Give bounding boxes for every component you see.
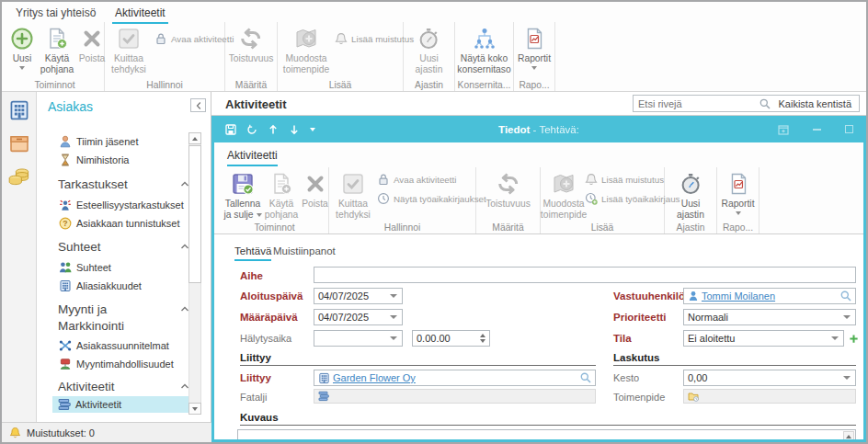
module-archive-button[interactable] — [8, 132, 30, 154]
detail-tab-aktiviteetti[interactable]: Aktiviteetti — [227, 149, 278, 166]
sidebar-item-nimihistoria[interactable]: Nimihistoria — [59, 153, 129, 167]
sidebar-section-aktiviteetit[interactable]: Aktiviteetit — [58, 379, 170, 395]
search-input[interactable] — [634, 98, 760, 109]
owner-link[interactable]: Tommi Moilanen — [702, 290, 775, 302]
open-activity-button[interactable]: Avaa aktiviteetti — [377, 173, 486, 186]
delete-button[interactable]: Poista — [300, 170, 330, 221]
tab-aktiviteetit[interactable]: Aktiviteetit — [112, 6, 168, 24]
start-date-field[interactable] — [314, 288, 403, 304]
related-link[interactable]: Garden Flower Oy — [333, 372, 416, 383]
search-icon[interactable] — [840, 290, 851, 302]
reports-button[interactable]: Raportit — [517, 25, 552, 70]
open-activity-button[interactable]: Avaa aktiviteetti — [154, 32, 234, 45]
priority-field[interactable] — [683, 309, 856, 325]
sidebar-item-esteellisyystarkastukset[interactable]: Esteellisyystarkastukset — [59, 198, 184, 212]
sidebar-item-suhteet[interactable]: Suhteet — [59, 260, 111, 275]
show-time-entries-button[interactable]: Näytä työaikakirjaukset — [377, 192, 486, 205]
create-action-button[interactable]: Muodosta toimenpide — [280, 25, 333, 75]
minimize-icon[interactable] — [813, 129, 821, 131]
sidebar-item-myyntimahdollisuudet[interactable]: Myyntimahdollisuudet — [59, 357, 174, 371]
alarm-date-input[interactable] — [314, 333, 390, 344]
spin-down-icon[interactable] — [480, 339, 485, 343]
description-textarea[interactable] — [238, 430, 855, 439]
due-date-input[interactable] — [314, 312, 390, 323]
new-button[interactable]: Uusi — [7, 25, 37, 75]
tab-yritys-tai-yhteiso[interactable]: Yritys tai yhteisö — [13, 6, 98, 22]
titlebar-dropdown-caret-icon[interactable] — [310, 128, 315, 131]
show-group-level-button[interactable]: Näytä koko konsernitaso — [456, 25, 513, 75]
new-timer-button[interactable]: Uusi ajastin — [676, 170, 705, 221]
duration-input[interactable] — [684, 372, 843, 383]
sidebar-collapse-button[interactable] — [190, 98, 206, 112]
building-icon — [318, 372, 330, 384]
sidebar-item-tiimin-jasenet[interactable]: Tiimin jäsenet — [59, 134, 138, 149]
form-tab-muistiinpanot[interactable]: Muistiinpanot — [273, 245, 336, 259]
search-icon[interactable] — [760, 98, 771, 109]
sidebar-item-asiakkaan-tunnistukset[interactable]: Asiakkaan tunnistukset — [59, 216, 180, 231]
search-scope-dropdown[interactable]: Kaikista kentistä — [771, 98, 859, 109]
description-area[interactable] — [237, 429, 856, 439]
person-icon — [688, 290, 699, 302]
subject-field[interactable] — [314, 267, 856, 283]
alert-person-icon — [59, 199, 72, 211]
duration-field[interactable] — [683, 370, 856, 386]
subject-input[interactable] — [314, 269, 855, 280]
task-form: Tehtävä Muistiinpanot Aihe Aloituspäivä … — [214, 234, 863, 439]
detail-group-ajastin: Uusi ajastin Ajastin — [665, 167, 717, 233]
save-icon[interactable] — [225, 124, 236, 135]
time-spinner[interactable] — [480, 334, 485, 343]
ribbon-group-lisaa: Muodosta toimenpide Lisää muistutus Lisä… — [278, 22, 404, 91]
use-template-button[interactable]: Käytä pohjana — [263, 170, 300, 221]
delete-button[interactable]: Poista — [77, 25, 107, 75]
form-tab-tehtava[interactable]: Tehtävä — [234, 245, 271, 261]
refresh-icon[interactable] — [246, 124, 257, 135]
reports-button[interactable]: Raportit — [720, 170, 755, 215]
sidebar-item-aktiviteetit[interactable]: Aktiviteetit — [52, 396, 192, 413]
mark-done-button[interactable]: Kuittaa tehdyksi — [107, 25, 151, 75]
duration-label: Kesto — [613, 372, 639, 383]
status-field[interactable] — [683, 330, 844, 347]
create-action-button[interactable]: Muodosta toimenpide — [542, 170, 585, 221]
module-customers-button[interactable] — [8, 99, 30, 121]
add-status-icon[interactable] — [849, 334, 859, 344]
sidebar-scrollbar[interactable] — [188, 132, 201, 415]
module-finance-button[interactable] — [8, 165, 30, 188]
scroll-down-button[interactable] — [188, 403, 201, 415]
use-template-button[interactable]: Käytä pohjana — [37, 25, 77, 75]
new-timer-button[interactable]: Uusi ajastin — [415, 25, 444, 75]
alarm-time-input[interactable] — [413, 333, 480, 344]
sidebar-item-aliasiakkuudet[interactable]: Aliasiakkuudet — [59, 279, 142, 293]
group-label-maarita: Määritä — [476, 222, 540, 233]
arrow-up-icon[interactable] — [268, 124, 279, 135]
priority-input[interactable] — [684, 312, 843, 323]
scroll-up-button[interactable] — [188, 132, 201, 144]
x-chart-icon — [59, 339, 72, 352]
add-reminder-button[interactable]: Lisää muistutus — [335, 32, 414, 45]
mark-done-button[interactable]: Kuittaa tehdyksi — [331, 170, 375, 221]
sidebar-section-myynti-ja-markkinointi[interactable]: Myynti ja Markkinointi — [58, 302, 170, 334]
related-field[interactable]: Garden Flower Oy — [314, 370, 596, 386]
status-input[interactable] — [684, 333, 831, 344]
recurrence-button[interactable]: Toistuvuus — [228, 25, 275, 64]
alarm-time-field[interactable] — [412, 330, 490, 347]
arrow-down-icon[interactable] — [289, 124, 300, 135]
textarea-scroll-up-button[interactable] — [843, 431, 854, 439]
sidebar-section-suhteet[interactable]: Suhteet — [58, 239, 170, 256]
owner-label: Vastuuhenkilö — [613, 290, 685, 302]
start-date-input[interactable] — [314, 290, 390, 302]
scrollbar-thumb[interactable] — [188, 145, 201, 283]
search-icon[interactable] — [580, 372, 591, 383]
sidebar-item-asiakassuunnitelmat[interactable]: Asiakassuunnitelmat — [59, 338, 169, 353]
triangle-up-icon — [846, 435, 851, 438]
sidebar-section-tarkastukset[interactable]: Tarkastukset — [58, 176, 170, 193]
due-date-field[interactable] — [314, 309, 403, 325]
search-box[interactable]: Kaikista kentistä — [633, 95, 860, 112]
spin-up-icon[interactable] — [480, 334, 485, 337]
popout-window-icon[interactable] — [778, 124, 789, 135]
ribbon-group-maarita: Toistuvuus Määritä — [225, 22, 278, 91]
alarm-date-field[interactable] — [314, 330, 403, 347]
owner-field[interactable]: Tommi Moilanen — [683, 288, 856, 304]
maximize-icon[interactable] — [845, 125, 853, 133]
recurrence-button[interactable]: Toistuvuus — [485, 170, 531, 210]
save-and-close-button[interactable]: Tallenna ja sulje — [223, 170, 263, 221]
